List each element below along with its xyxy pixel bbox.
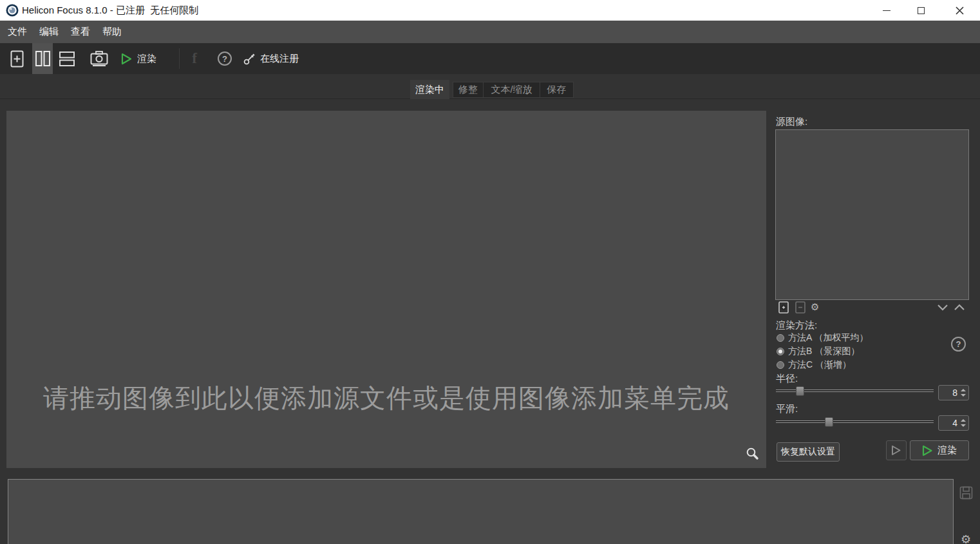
radius-spin-arrows[interactable] [961,386,966,400]
output-settings-gear-icon[interactable]: ⚙ [961,534,980,544]
toolbar: 渲染 f ? 在线注册 [0,43,980,74]
spin-up-icon [961,389,966,391]
radius-slider-handle[interactable] [796,386,804,396]
render-panel-button[interactable]: 渲染 [910,440,969,460]
method-c-radio[interactable]: 方法C （渐增） [777,359,851,371]
play-disabled-icon [891,445,901,456]
source-images-list[interactable] [775,129,969,300]
menu-edit[interactable]: 编辑 [39,26,59,38]
app-window: Helicon Focus 8.1.0 - 已注册 无任何限制 文件 编辑 查看… [0,0,980,544]
menu-help[interactable]: 帮助 [102,26,122,38]
render-toolbar-button[interactable]: 渲染 [121,43,170,74]
add-images-button[interactable] [5,43,28,74]
facebook-icon: f [192,50,197,67]
online-register-button[interactable]: 在线注册 [243,43,303,74]
render-toolbar-label: 渲染 [137,53,156,65]
horizontal-panes-icon [59,52,75,66]
spin-up-icon [961,419,966,422]
menu-bar: 文件 编辑 查看 帮助 [0,21,980,43]
reset-defaults-button[interactable]: 恢复默认设置 [777,442,840,462]
smoothing-value: 4 [952,416,957,430]
toolbar-separator [179,48,180,69]
window-title: Helicon Focus 8.1.0 - 已注册 无任何限制 [22,0,198,21]
camera-icon [90,51,108,67]
add-file-icon [10,50,24,68]
smoothing-spinbox[interactable]: 4 [938,415,969,431]
title-bar: Helicon Focus 8.1.0 - 已注册 无任何限制 [0,0,980,21]
close-icon [956,6,964,15]
move-down-icon[interactable] [937,304,948,311]
camera-button[interactable] [85,43,113,74]
source-images-label: 源图像: [776,116,807,128]
tab-save[interactable]: 保存 [540,82,574,98]
app-logo-icon [6,4,19,17]
help-icon: ? [218,52,232,66]
method-help-icon[interactable]: ? [951,337,966,352]
method-a-radio[interactable]: 方法A （加权平均） [777,332,868,344]
radius-value: 8 [952,386,957,400]
image-drop-area[interactable]: 请推动图像到此以便添加源文件或是使用图像添加菜单完成 [6,111,766,468]
smoothing-slider-track[interactable] [776,420,934,423]
tab-retouch[interactable]: 修整 [453,82,484,98]
radio-icon [777,334,784,342]
radio-icon [777,361,784,369]
smoothing-slider-handle[interactable] [825,417,833,427]
smoothing-spin-arrows[interactable] [961,416,966,430]
render-panel-label: 渲染 [938,444,957,456]
horizontal-split-view-button[interactable] [57,43,77,74]
spin-down-icon [961,394,966,397]
menu-file[interactable]: 文件 [8,26,27,38]
radius-spinbox[interactable]: 8 [938,385,969,400]
drop-hint-text: 请推动图像到此以便添加源文件或是使用图像添加菜单完成 [6,380,766,416]
tab-strip-divider [0,98,980,99]
radius-label: 半径: [776,373,798,385]
radio-selected-icon [777,348,784,355]
play-icon [121,53,133,65]
vertical-panes-icon [35,51,50,66]
menu-view[interactable]: 查看 [71,26,90,38]
output-panel[interactable] [8,479,954,544]
render-secondary-button [886,440,907,460]
maximize-icon [918,7,925,14]
tab-rendering[interactable]: 渲染中 [410,80,449,99]
close-button[interactable] [945,0,974,21]
help-button[interactable]: ? [214,43,236,74]
move-up-icon[interactable] [954,304,965,311]
minimize-button[interactable] [872,0,901,21]
magnifier-icon[interactable] [746,447,760,461]
add-image-icon[interactable] [778,301,789,314]
smoothing-label: 平滑: [776,403,798,415]
minimize-icon [883,10,890,11]
facebook-button: f [185,43,203,74]
key-icon [243,53,256,65]
method-c-label: 方法C （渐增） [788,359,851,371]
remove-image-icon [795,301,806,314]
method-b-radio[interactable]: 方法B （景深图） [777,346,860,357]
maximize-button[interactable] [906,0,936,21]
vertical-split-view-button[interactable] [32,43,53,74]
save-output-icon [959,486,973,500]
spin-down-icon [961,424,966,427]
tab-text-scale[interactable]: 文本/缩放 [483,82,540,98]
play-green-icon [922,445,933,456]
render-method-label: 渲染方法: [776,319,817,332]
online-register-label: 在线注册 [260,53,299,65]
method-b-label: 方法B （景深图） [788,346,860,357]
method-a-label: 方法A （加权平均） [788,332,868,344]
